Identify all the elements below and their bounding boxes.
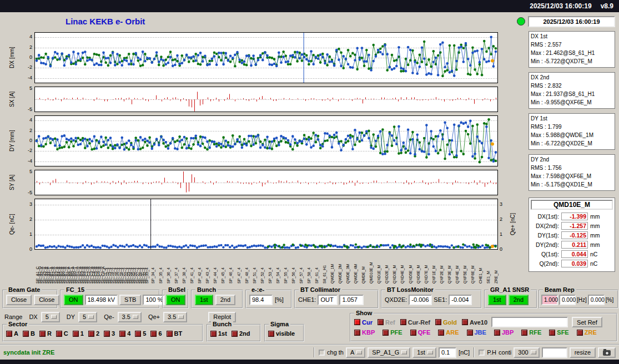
show-checkbox-rfe[interactable] (521, 330, 527, 336)
sector-checkbox-b[interactable] (23, 331, 29, 337)
axis-tick: 1 (21, 231, 32, 237)
che1-state-field[interactable]: OUT (318, 295, 338, 305)
axis-title: DY [mm] (9, 115, 17, 166)
beam-rep-pct-unit: [%] (606, 297, 613, 303)
axis-tick: 2 (21, 216, 32, 222)
sector-label: 1 (80, 330, 84, 337)
sector-item-b: B (23, 330, 35, 337)
titlebar: 2025/12/03 16:00:19 v8.9 (0, 0, 619, 12)
axis-tick: -4 (21, 158, 32, 164)
sector-checkbox-bt[interactable] (167, 331, 173, 337)
bpm-select[interactable]: SP_A1_G (368, 347, 410, 358)
fc15-stb-button[interactable]: STB (119, 295, 141, 305)
show-checkbox-are[interactable] (438, 330, 444, 336)
axis-tick: -5 (21, 107, 32, 112)
set-ref-button[interactable]: Set Ref (572, 317, 602, 327)
axis-title: DX [mm] (9, 32, 17, 83)
monitor-row-unit: mm (590, 223, 601, 229)
show-label: QFE (418, 329, 431, 336)
camera-button[interactable] (598, 347, 616, 358)
station-label: SP_37_4 (174, 267, 178, 284)
station-label: SP_41_4 (190, 267, 194, 284)
monitor-row-value: 0.039 (561, 260, 588, 267)
plot-dx (34, 32, 498, 83)
monitor-row: DX(1st):-1.399mm (529, 211, 615, 221)
qxd2e-label: QXD2E: (385, 296, 407, 303)
sector-checkbox-r[interactable] (39, 331, 46, 337)
station-label: SP_44_4 (213, 267, 217, 284)
interval-select[interactable]: 300 (514, 347, 539, 358)
show-checkbox-zre[interactable] (577, 330, 583, 336)
threshold-input[interactable] (439, 347, 456, 358)
show-checkbox-sfe[interactable] (549, 330, 555, 336)
bunch-checkbox-1st[interactable] (210, 331, 217, 337)
bunch-checkbox-2nd[interactable] (232, 331, 238, 337)
spare-input[interactable] (542, 347, 567, 358)
busel-on-button[interactable]: ON (166, 295, 185, 305)
station-label: QWDE_2M (338, 264, 342, 284)
sector-checkbox-6[interactable] (150, 331, 157, 337)
range-dx-select[interactable]: 5 (41, 312, 60, 322)
bunch-number-select[interactable]: 1st (412, 347, 436, 358)
station-label: SP_43_4 (205, 267, 209, 284)
sector-select[interactable]: A (346, 347, 365, 358)
gr-a1-2nd-button[interactable]: 2nd (509, 295, 529, 305)
range-dy-select[interactable]: 5 (78, 312, 97, 322)
sector-checkbox-2[interactable] (88, 331, 94, 337)
group-gr-a1-snsr: GR_A1 SNSR 1st 2nd (484, 290, 537, 309)
sector-checkbox-c[interactable] (56, 331, 62, 337)
resize-button[interactable]: resize (570, 347, 596, 358)
axis-tick: 0 (500, 246, 509, 252)
bunch-item-2nd: 2nd (232, 330, 250, 337)
show-checkbox-ave10[interactable] (462, 319, 468, 325)
show-checkbox-gold[interactable] (435, 319, 441, 325)
sector-checkbox-5[interactable] (135, 331, 141, 337)
show-checkbox-kbp[interactable] (354, 330, 360, 336)
show-checkbox-cur-ref[interactable] (400, 319, 406, 325)
show-item-qfe: QFE (410, 329, 431, 336)
fc15-on-button[interactable]: ON (64, 295, 83, 305)
bunch-1st-button[interactable]: 1st (195, 295, 213, 305)
show-item-sfe: SFE (549, 329, 568, 336)
range-qep-select[interactable]: 3.5 (163, 312, 187, 322)
show-item-pfe: PFE (383, 329, 402, 336)
gr-a1-1st-button[interactable]: 1st (488, 295, 506, 305)
axis-tick: 0 (21, 246, 32, 252)
beam-gate-close-2-button[interactable]: Close (34, 295, 59, 305)
beam-rep-pct-value: 0.000 (588, 295, 605, 305)
axis-title: Qe- [nC] (9, 199, 17, 250)
sector-item-r: R (39, 330, 52, 337)
show-checkbox-pfe[interactable] (383, 330, 389, 336)
axis-tick: 5 (21, 169, 32, 174)
show-checkbox-jbp[interactable] (494, 330, 500, 336)
show-checkbox-jbe[interactable] (467, 330, 473, 336)
stat-min: Min : -5.175@QXD1E_M (531, 180, 613, 189)
station-label: SP_57_4 (299, 267, 303, 284)
monitor-row-value: -0.125 (561, 231, 588, 239)
ph-checkbox[interactable] (479, 350, 485, 356)
bunch-2nd-button[interactable]: 2nd (215, 295, 235, 305)
chg-th-checkbox[interactable] (319, 350, 325, 356)
sigma-checkbox-visible[interactable] (268, 331, 274, 337)
station-label: SE1_M (486, 271, 490, 284)
sector-label: BT (174, 330, 183, 337)
show-item-cur: Cur (354, 319, 373, 326)
sector-checkbox-1[interactable] (73, 331, 79, 337)
group-title: Beam Rep (543, 286, 576, 293)
titlebar-version: v8.9 (601, 2, 613, 10)
range-qem-select[interactable]: 3.5 (118, 312, 142, 322)
sector-checkbox-4[interactable] (119, 331, 125, 337)
sector-checkbox-a[interactable] (6, 331, 12, 337)
ref-name-input[interactable] (491, 317, 568, 327)
sx-plot-canvas (34, 87, 498, 112)
axis-tick: 1 (500, 231, 509, 237)
show-checkbox-qfe[interactable] (410, 330, 416, 336)
beam-gate-close-1-button[interactable]: Close (6, 295, 32, 305)
show-checkbox-ref[interactable] (378, 319, 384, 325)
station-label: QXD3E_M (392, 265, 396, 284)
monitor-row-value: -1.257 (561, 222, 588, 230)
station-label: QMD10E_M (369, 262, 373, 284)
sector-checkbox-3[interactable] (104, 331, 110, 337)
show-checkbox-cur[interactable] (354, 319, 360, 325)
group-title: e-:e- (250, 286, 266, 293)
